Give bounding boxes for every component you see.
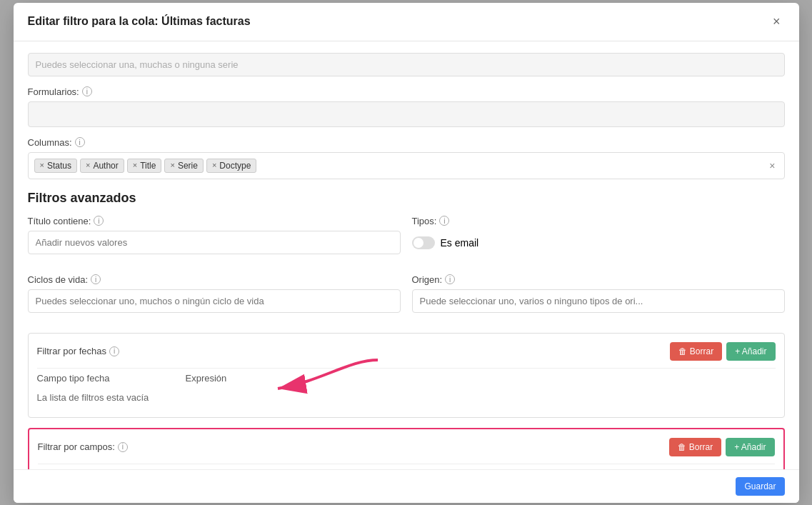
email-toggle[interactable] xyxy=(412,236,435,249)
filtrar-campos-aniadir-button[interactable]: + Añadir xyxy=(726,438,774,456)
modal-footer: Guardar xyxy=(14,469,799,503)
save-button[interactable]: Guardar xyxy=(736,477,784,496)
columnas-tags-input[interactable]: × Status × Author × Title × xyxy=(28,152,785,179)
tag-doctype: × Doctype xyxy=(206,159,256,173)
tag-serie: × Serie xyxy=(164,159,203,173)
ciclos-origen-row: Ciclos de vida: i Origen: i xyxy=(28,274,785,323)
formularios-input[interactable] xyxy=(28,101,785,127)
filtrar-campos-actions: 🗑 Borrar + Añadir xyxy=(669,438,775,456)
advanced-section-title: Filtros avanzados xyxy=(28,191,785,206)
filtrar-fechas-section: Filtrar por fechas i 🗑 Borrar + Añadir xyxy=(28,333,785,418)
modal-close-button[interactable]: × xyxy=(768,13,785,31)
tag-author-remove[interactable]: × xyxy=(86,161,90,169)
email-toggle-row: Es email xyxy=(412,231,785,249)
origen-input[interactable] xyxy=(412,289,785,313)
filtrar-campos-header: Filtrar por campos: i 🗑 Borrar + Añadir xyxy=(38,438,775,456)
tag-title-remove[interactable]: × xyxy=(133,161,137,169)
formularios-section: Formularios: i xyxy=(28,86,785,127)
titulo-section: Título contiene: i xyxy=(28,216,401,254)
columnas-label: Columnas: i xyxy=(28,137,785,148)
tag-serie-remove[interactable]: × xyxy=(170,161,174,169)
modal-title: Editar filtro para la cola: Últimas fact… xyxy=(28,15,251,28)
filtrar-fechas-aniadir-button[interactable]: + Añadir xyxy=(726,342,775,361)
tipos-info-icon: i xyxy=(439,216,449,226)
series-input[interactable] xyxy=(28,53,785,76)
titulo-tipos-row: Título contiene: i Tipos: i Es email xyxy=(28,216,785,264)
tipos-section: Tipos: i Es email xyxy=(412,216,785,254)
ciclos-input[interactable] xyxy=(28,289,401,313)
tag-status-remove[interactable]: × xyxy=(40,161,44,169)
origen-info-icon: i xyxy=(445,274,455,284)
ciclos-section: Ciclos de vida: i xyxy=(28,274,401,313)
filtrar-fechas-table-header: Campo tipo fecha Expresión xyxy=(37,368,776,386)
tag-status: × Status xyxy=(34,159,77,173)
formularios-label: Formularios: i xyxy=(28,86,785,97)
titulo-input[interactable] xyxy=(28,231,401,254)
filtrar-campos-table-header: Campo (Formulario) Criterio de filtrado … xyxy=(38,464,775,469)
filtrar-fechas-borrar-button[interactable]: 🗑 Borrar xyxy=(670,342,722,361)
filtrar-fechas-info-icon: i xyxy=(109,346,119,356)
trash-icon-fechas: 🗑 xyxy=(678,346,687,356)
titulo-label: Título contiene: i xyxy=(28,216,401,226)
formularios-info-icon: i xyxy=(82,86,92,96)
titulo-info-icon: i xyxy=(94,216,104,226)
columnas-section: Columnas: i × Status × Author × xyxy=(28,137,785,179)
tag-author: × Author xyxy=(80,159,124,173)
columnas-info-icon: i xyxy=(75,137,85,147)
ciclos-label: Ciclos de vida: i xyxy=(28,274,401,285)
tag-doctype-remove[interactable]: × xyxy=(212,161,216,169)
filtrar-fechas-empty: La lista de filtros esta vacía xyxy=(37,386,776,409)
filtrar-fechas-actions: 🗑 Borrar + Añadir xyxy=(670,342,776,361)
filtrar-campos-label: Filtrar por campos: i xyxy=(38,441,128,452)
origen-label: Origen: i xyxy=(412,274,785,285)
email-label: Es email xyxy=(441,237,479,249)
ciclos-info-icon: i xyxy=(91,274,101,284)
trash-icon-campos: 🗑 xyxy=(678,442,686,452)
filtrar-campos-section: Filtrar por campos: i 🗑 Borrar + Añadir xyxy=(28,428,785,469)
origen-section: Origen: i xyxy=(412,274,785,313)
filtrar-campos-borrar-button[interactable]: 🗑 Borrar xyxy=(669,438,721,456)
tag-title: × Title xyxy=(127,159,162,173)
tags-clear-button[interactable]: × xyxy=(766,160,778,171)
filtrar-fechas-header: Filtrar por fechas i 🗑 Borrar + Añadir xyxy=(37,342,776,361)
series-hint-section xyxy=(28,53,785,76)
tipos-label: Tipos: i xyxy=(412,216,785,226)
filtrar-campos-info-icon: i xyxy=(118,442,128,452)
modal-body: Formularios: i Columnas: i × Status xyxy=(14,41,799,469)
filtrar-fechas-label: Filtrar por fechas i xyxy=(37,346,120,356)
